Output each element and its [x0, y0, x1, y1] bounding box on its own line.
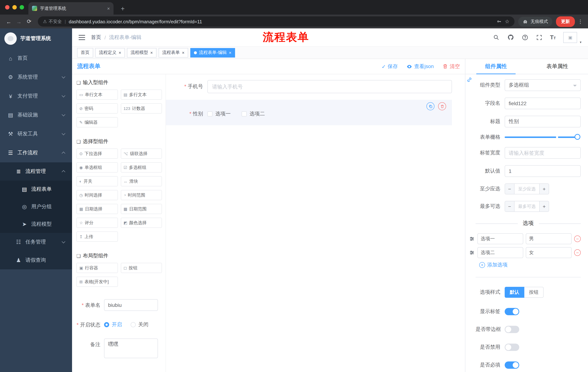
- toggle-switch[interactable]: [505, 308, 519, 315]
- checkbox[interactable]: [242, 111, 247, 117]
- tag-close-icon[interactable]: ×: [119, 50, 121, 55]
- copy-field-button[interactable]: [426, 102, 434, 110]
- increment-button[interactable]: +: [539, 201, 549, 212]
- toggle-switch[interactable]: [505, 361, 519, 369]
- palette-item[interactable]: ⊙ 下拉选择: [76, 149, 118, 159]
- remove-option-button[interactable]: −: [574, 235, 581, 242]
- avatar[interactable]: ▣: [563, 32, 577, 43]
- grid-slider[interactable]: [505, 137, 577, 138]
- tab-form-props[interactable]: 表单属性: [527, 59, 588, 74]
- key-icon[interactable]: [497, 19, 502, 24]
- tag-close-icon[interactable]: ×: [150, 50, 153, 55]
- palette-item[interactable]: ◷ 时间选择: [76, 190, 118, 200]
- gender-field-selected[interactable]: 性别 选项一: [166, 100, 452, 125]
- palette-item[interactable]: ⊞ 表格[开发中]: [76, 277, 118, 287]
- reload-button[interactable]: ⟳: [24, 18, 34, 25]
- delete-field-button[interactable]: [438, 102, 446, 110]
- palette-item[interactable]: ▣ 行容器: [76, 263, 118, 273]
- default-value-input[interactable]: [505, 165, 581, 177]
- new-tab-button[interactable]: +: [121, 5, 125, 12]
- browser-tab[interactable]: 芋道管理系统 ×: [28, 2, 114, 15]
- palette-item[interactable]: ↔ 滑块: [121, 176, 162, 186]
- forward-button[interactable]: →: [14, 18, 24, 25]
- tag-item[interactable]: 流程模型 ×: [127, 48, 157, 57]
- toggle-switch[interactable]: [505, 326, 519, 333]
- close-window-button[interactable]: [5, 5, 10, 10]
- palette-item[interactable]: ◻ 按钮: [121, 263, 162, 273]
- palette-item[interactable]: ◐ 开关: [76, 176, 118, 186]
- palette-item[interactable]: 123 计数器: [121, 103, 162, 114]
- palette-item[interactable]: ▤ 多行文本: [121, 90, 162, 100]
- sidebar-item-payment[interactable]: ¥ 支付管理: [0, 87, 72, 106]
- option-name-input[interactable]: [477, 233, 523, 244]
- form-remark-textarea[interactable]: 嘿嘿: [104, 339, 158, 358]
- sidebar-item-process-model[interactable]: ➤ 流程模型: [0, 215, 72, 233]
- github-icon[interactable]: [507, 34, 514, 41]
- sidebar-item-task-management[interactable]: ☷ 任务管理: [0, 233, 72, 251]
- sidebar-item-infrastructure[interactable]: ▤ 基础设施: [0, 106, 72, 125]
- palette-item[interactable]: ☆ 评分: [76, 218, 118, 228]
- palette-item[interactable]: ◔ 时间范围: [121, 190, 162, 200]
- sidebar-item-process-management[interactable]: ≣ 流程管理: [0, 162, 72, 181]
- option-value-input[interactable]: [526, 233, 572, 244]
- link-icon[interactable]: [466, 76, 473, 85]
- checkbox-option[interactable]: 选项一: [207, 111, 231, 117]
- security-status[interactable]: ⚠ 不安全: [43, 18, 62, 25]
- zoom-window-button[interactable]: [20, 5, 24, 10]
- search-icon[interactable]: [493, 34, 499, 41]
- checkbox-option[interactable]: 选项二: [242, 111, 265, 117]
- drag-handle-icon[interactable]: [469, 250, 475, 255]
- palette-item[interactable]: ⊘ 密码: [76, 103, 118, 114]
- palette-item[interactable]: ▦ 日期选择: [76, 204, 118, 214]
- sidebar-item-user-group[interactable]: ◎ 用户分组: [0, 198, 72, 215]
- component-type-select[interactable]: 多选框组: [505, 79, 581, 91]
- help-icon[interactable]: [522, 34, 528, 41]
- decrement-button[interactable]: −: [505, 184, 514, 194]
- label-width-input[interactable]: [505, 147, 581, 159]
- tag-item[interactable]: 流程表单 ×: [159, 48, 188, 57]
- update-button[interactable]: 更新: [556, 16, 575, 27]
- palette-item[interactable]: ◉ 单选框组: [76, 162, 118, 172]
- sidebar-item-leave-query[interactable]: ♟ 请假查询: [0, 251, 72, 269]
- sidebar-item-home[interactable]: ⌂ 首页: [0, 49, 72, 68]
- radio-on[interactable]: 开启: [104, 321, 122, 328]
- palette-item[interactable]: ☑ 多选框组: [121, 162, 162, 172]
- slider-knob[interactable]: [575, 134, 580, 140]
- sidebar-item-system[interactable]: ⚙ 系统管理: [0, 68, 72, 87]
- clear-button[interactable]: 清空: [442, 63, 460, 70]
- tag-item[interactable]: 流程定义 ×: [95, 48, 125, 57]
- tag-item[interactable]: 流程表单-编辑 ×: [190, 48, 235, 57]
- max-checked-input[interactable]: [514, 201, 539, 212]
- hamburger-icon[interactable]: [79, 35, 85, 40]
- bookmark-star-icon[interactable]: ☆: [505, 19, 509, 24]
- style-default-button[interactable]: 默认: [505, 287, 524, 298]
- tab-component-props[interactable]: 组件属性: [465, 59, 527, 74]
- address-bar[interactable]: ⚠ 不安全 | dashboard.yudao.iocoder.cn/bpm/m…: [38, 16, 514, 27]
- font-size-icon[interactable]: T T: [550, 34, 556, 40]
- option-value-input[interactable]: [526, 247, 572, 258]
- toggle-switch[interactable]: [505, 344, 519, 351]
- sidebar-item-devtools[interactable]: ⚒ 研发工具: [0, 125, 72, 143]
- style-button-button[interactable]: 按钮: [524, 287, 544, 298]
- tag-close-icon[interactable]: ×: [229, 50, 231, 55]
- minimize-window-button[interactable]: [12, 5, 17, 10]
- tag-close-icon[interactable]: ×: [182, 50, 184, 55]
- radio-off[interactable]: 关闭: [131, 321, 148, 328]
- sidebar-item-workflow[interactable]: ☰ 工作流程: [0, 143, 72, 162]
- sidebar-item-process-form[interactable]: ▤ 流程表单: [0, 181, 72, 198]
- increment-button[interactable]: +: [539, 184, 549, 194]
- decrement-button[interactable]: −: [505, 201, 514, 212]
- tag-item[interactable]: 首页 ×: [77, 48, 93, 57]
- add-option-button[interactable]: + 添加选项: [479, 262, 581, 268]
- phone-input[interactable]: [207, 80, 452, 93]
- avatar-caret-icon[interactable]: ▾: [580, 40, 581, 44]
- tab-close-icon[interactable]: ×: [107, 6, 110, 11]
- drag-handle-icon[interactable]: [469, 236, 475, 242]
- browser-menu-icon[interactable]: ⋮: [578, 19, 583, 24]
- palette-item[interactable]: ◩ 颜色选择: [121, 218, 162, 228]
- option-name-input[interactable]: [477, 247, 523, 258]
- remove-option-button[interactable]: −: [574, 249, 581, 256]
- min-checked-input[interactable]: [514, 184, 539, 194]
- breadcrumb-home[interactable]: 首页: [91, 34, 101, 41]
- palette-item[interactable]: ↥ 上传: [76, 232, 118, 242]
